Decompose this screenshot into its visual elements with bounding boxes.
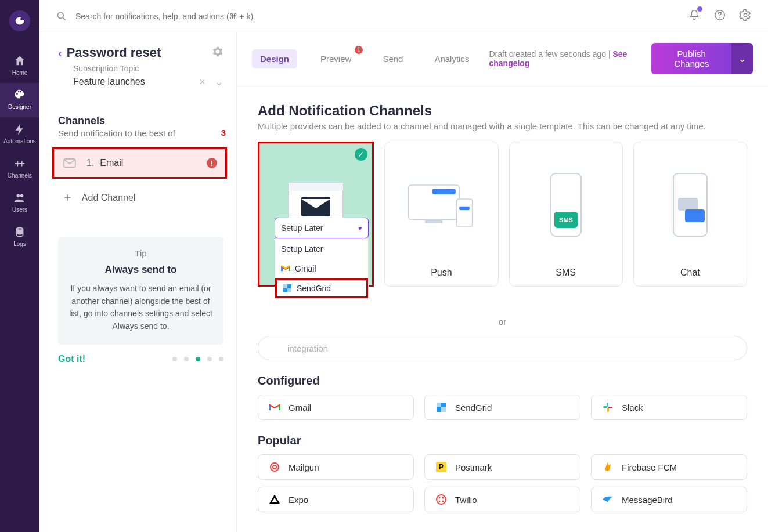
card-label: Chat	[680, 267, 700, 278]
svg-rect-26	[441, 403, 446, 407]
configured-heading: Configured	[258, 374, 747, 388]
integration-gmail[interactable]: Gmail	[258, 395, 414, 420]
integration-postmark[interactable]: PPostmark	[424, 454, 580, 480]
alert-badge: !	[355, 46, 363, 54]
global-search-input[interactable]	[75, 12, 366, 21]
integration-mailgun[interactable]: Mailgun	[258, 454, 414, 480]
svg-point-3	[744, 13, 747, 17]
main-area: Design Preview! Send Analytics Draft cre…	[237, 32, 768, 532]
sms-illustration: SMS	[531, 171, 601, 241]
svg-rect-23	[678, 198, 698, 211]
channel-index: 1.	[86, 158, 94, 168]
provider-select-button[interactable]: Setup Later ▾	[275, 218, 369, 238]
channel-item-email[interactable]: 1. Email !	[52, 147, 227, 179]
gmail-icon	[269, 401, 280, 413]
notification-dot	[697, 6, 702, 12]
integration-twilio[interactable]: Twilio	[424, 487, 580, 512]
integration-slack[interactable]: Slack	[591, 395, 747, 420]
back-button[interactable]: ‹	[58, 46, 62, 60]
chat-illustration	[655, 171, 725, 241]
tab-analytics[interactable]: Analytics	[426, 49, 477, 68]
help-icon[interactable]	[713, 9, 726, 24]
svg-rect-32	[608, 407, 612, 408]
svg-rect-27	[437, 403, 441, 407]
publish-button[interactable]: Publish Changes	[651, 43, 731, 74]
svg-rect-25	[437, 407, 441, 412]
gmail-icon	[281, 264, 290, 273]
integration-sendgrid[interactable]: SendGrid	[424, 395, 580, 420]
integration-firebase[interactable]: Firebase FCM	[591, 454, 747, 480]
firebase-icon	[602, 461, 614, 473]
subscription-topic-label: Subscription Topic	[73, 64, 223, 73]
nav-channels[interactable]: Channels	[0, 151, 39, 186]
channels-desc: Send notification to the best of	[58, 128, 223, 138]
svg-rect-15	[432, 189, 456, 194]
main-header: Design Preview! Send Analytics Draft cre…	[237, 32, 768, 85]
integration-search[interactable]: integration	[258, 336, 747, 360]
channel-card-email[interactable]: ✓ Email	[258, 142, 374, 287]
clear-topic-icon[interactable]: ×	[199, 76, 205, 88]
publish-dropdown[interactable]: ⌄	[731, 43, 753, 74]
tip-body: If you always want to send an email (or …	[68, 283, 213, 333]
expo-icon	[269, 494, 280, 505]
tab-design[interactable]: Design	[252, 49, 297, 68]
nav-designer[interactable]: Designer	[0, 83, 39, 117]
tip-heading: Always send to	[68, 264, 213, 276]
app-logo	[9, 10, 30, 31]
integration-messagebird[interactable]: MessageBird	[591, 487, 747, 512]
page-title: Password reset	[67, 45, 212, 60]
channel-panel: ‹ Password reset Subscription Topic Feat…	[39, 32, 237, 532]
page-settings-icon[interactable]	[212, 46, 223, 60]
provider-option-gmail[interactable]: Gmail	[275, 259, 368, 278]
tab-preview[interactable]: Preview!	[312, 49, 359, 68]
search-icon	[56, 10, 67, 22]
pager-dots[interactable]	[172, 357, 223, 361]
slack-icon	[602, 401, 614, 413]
channel-card-chat[interactable]: Chat	[633, 142, 747, 287]
tip-label: Tip	[68, 248, 213, 258]
sendgrid-icon	[435, 401, 447, 413]
messagebird-icon	[602, 494, 614, 505]
svg-point-38	[439, 501, 441, 502]
channel-card-sms[interactable]: SMS SMS	[509, 142, 623, 287]
topic-value: Feature launches	[73, 77, 145, 87]
svg-rect-18	[460, 207, 470, 210]
popular-heading: Popular	[258, 434, 747, 447]
chevron-down-icon: ▾	[358, 224, 362, 233]
svg-point-33	[271, 463, 279, 471]
card-label: SMS	[556, 267, 576, 278]
svg-rect-16	[425, 220, 442, 223]
sendgrid-icon	[283, 284, 292, 293]
postmark-icon: P	[435, 461, 447, 473]
chevron-down-icon[interactable]: ⌄	[215, 75, 223, 88]
nav-sidebar: Home Designer Automations Channels Users…	[0, 0, 39, 532]
nav-logs[interactable]: Logs	[0, 220, 39, 254]
provider-option-setup-later[interactable]: Setup Later	[275, 239, 368, 259]
svg-line-1	[63, 17, 66, 20]
svg-rect-31	[607, 408, 609, 412]
card-label: Push	[431, 267, 452, 278]
svg-rect-29	[607, 403, 608, 407]
nav-home[interactable]: Home	[0, 49, 39, 83]
settings-icon[interactable]	[739, 9, 752, 24]
topic-selector[interactable]: Feature launches × ⌄	[73, 75, 223, 88]
provider-option-sendgrid[interactable]: SendGrid	[275, 278, 368, 298]
svg-point-34	[273, 465, 276, 469]
notifications-icon[interactable]	[688, 9, 701, 24]
nav-automations[interactable]: Automations	[0, 117, 39, 151]
or-divider: or	[258, 317, 747, 327]
add-channel-button[interactable]: + Add Channel	[58, 190, 223, 205]
got-it-button[interactable]: Got it!	[58, 354, 85, 364]
mail-icon	[63, 158, 76, 168]
svg-point-35	[437, 495, 446, 504]
nav-users[interactable]: Users	[0, 186, 39, 220]
svg-rect-11	[287, 284, 291, 288]
push-illustration	[406, 171, 476, 241]
integration-expo[interactable]: Expo	[258, 487, 414, 512]
draft-status: Draft created a few seconds ago | See ch…	[489, 49, 651, 68]
tip-card: Tip Always send to If you always want to…	[58, 237, 223, 345]
warning-icon: !	[207, 158, 217, 168]
channel-card-push[interactable]: Push	[384, 142, 498, 287]
svg-rect-6	[289, 183, 343, 191]
tab-send[interactable]: Send	[374, 49, 411, 68]
